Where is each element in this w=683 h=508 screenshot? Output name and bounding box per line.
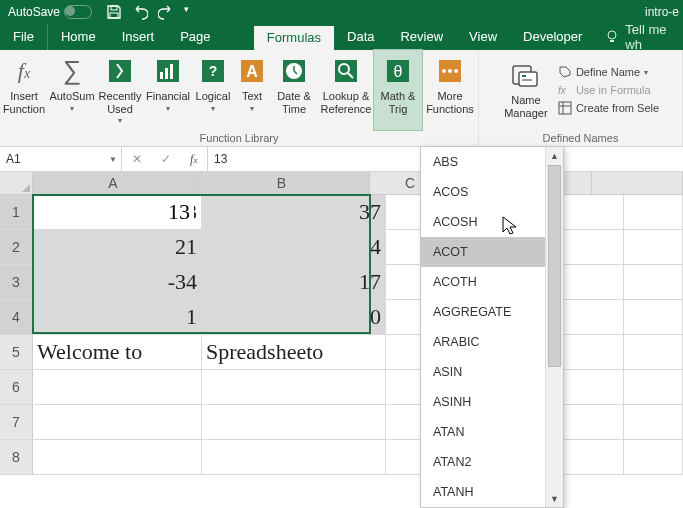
- logical-button[interactable]: ? Logical ▾: [192, 50, 234, 130]
- enter-icon[interactable]: ✓: [161, 152, 171, 166]
- scroll-up-icon[interactable]: ▲: [546, 147, 563, 164]
- cell-B1[interactable]: 37: [202, 195, 386, 229]
- cell-empty[interactable]: [624, 195, 683, 229]
- dropdown-item-acos[interactable]: ACOS: [421, 177, 563, 207]
- col-header-B[interactable]: B: [194, 172, 370, 194]
- tab-data[interactable]: Data: [334, 24, 387, 50]
- dropdown-item-acot[interactable]: ACOT: [421, 237, 563, 267]
- cell-A6[interactable]: [33, 370, 202, 404]
- dropdown-item-asin[interactable]: ASIN: [421, 357, 563, 387]
- row-header-7[interactable]: 7: [0, 405, 33, 439]
- cell-empty[interactable]: [624, 300, 683, 334]
- dropdown-scrollbar[interactable]: ▲ ▼: [545, 147, 563, 507]
- recently-used-label: Recently Used: [99, 90, 142, 115]
- more-functions-button[interactable]: More Functions: [422, 50, 478, 130]
- cancel-icon[interactable]: ✕: [132, 152, 142, 166]
- row-header-5[interactable]: 5: [0, 335, 33, 369]
- autosave-toggle[interactable]: AutoSave: [8, 5, 92, 19]
- col-header-E[interactable]: [592, 172, 683, 194]
- redo-icon[interactable]: [158, 4, 174, 20]
- grid-icon: [558, 101, 572, 115]
- more-functions-label: More Functions: [426, 90, 474, 115]
- dropdown-item-atanh[interactable]: ATANH: [421, 477, 563, 507]
- formula-controls: ✕ ✓ fx: [122, 147, 208, 171]
- row-header-4[interactable]: 4: [0, 300, 33, 334]
- qat-dropdown-icon[interactable]: ▾: [184, 4, 194, 20]
- select-all-corner[interactable]: [0, 172, 33, 194]
- tell-me-search[interactable]: Tell me wh: [595, 24, 683, 50]
- group-label-function-library: Function Library: [0, 130, 478, 146]
- row-header-6[interactable]: 6: [0, 370, 33, 404]
- cell-A8[interactable]: [33, 440, 202, 474]
- cell-empty[interactable]: [624, 370, 683, 404]
- cell-B5[interactable]: Spreadsheeto: [202, 335, 386, 369]
- row-header-3[interactable]: 3: [0, 265, 33, 299]
- undo-icon[interactable]: [132, 4, 148, 20]
- create-from-selection-button[interactable]: Create from Sele: [558, 101, 659, 115]
- cell-empty[interactable]: [624, 265, 683, 299]
- dropdown-item-acoth[interactable]: ACOTH: [421, 267, 563, 297]
- define-name-button[interactable]: Define Name ▾: [558, 65, 659, 79]
- cell-A3[interactable]: -34: [33, 265, 202, 299]
- tab-view[interactable]: View: [456, 24, 510, 50]
- cell-B3[interactable]: 17: [202, 265, 386, 299]
- cell-B6[interactable]: [202, 370, 386, 404]
- cell-A5[interactable]: Welcome to: [33, 335, 202, 369]
- row-header-8[interactable]: 8: [0, 440, 33, 474]
- tab-formulas[interactable]: Formulas: [254, 24, 334, 50]
- cell-empty[interactable]: [624, 335, 683, 369]
- cell-B2[interactable]: 4: [202, 230, 386, 264]
- scroll-thumb[interactable]: [548, 165, 561, 367]
- tab-insert[interactable]: Insert: [109, 24, 168, 50]
- svg-point-19: [442, 69, 446, 73]
- autosum-button[interactable]: ∑ AutoSum ▾: [48, 50, 96, 130]
- cell-empty[interactable]: [624, 405, 683, 439]
- cell-B7[interactable]: [202, 405, 386, 439]
- dropdown-item-acosh[interactable]: ACOSH: [421, 207, 563, 237]
- row-header-1[interactable]: 1: [0, 195, 33, 229]
- svg-rect-14: [335, 60, 357, 82]
- dropdown-item-atan[interactable]: ATAN: [421, 417, 563, 447]
- cell-empty[interactable]: [624, 440, 683, 474]
- text-button[interactable]: A Text ▾: [234, 50, 270, 130]
- name-box[interactable]: A1 ▼: [0, 147, 122, 171]
- cell-A2[interactable]: 21: [33, 230, 202, 264]
- cell-empty[interactable]: [624, 230, 683, 264]
- col-header-A[interactable]: A: [33, 172, 194, 194]
- cell-A4[interactable]: 1: [33, 300, 202, 334]
- date-time-button[interactable]: Date & Time: [270, 50, 318, 130]
- tab-review[interactable]: Review: [387, 24, 456, 50]
- dropdown-item-atan2[interactable]: ATAN2: [421, 447, 563, 477]
- insert-function-button[interactable]: fx Insert Function: [0, 50, 48, 130]
- column-headers: A B C D: [0, 172, 683, 195]
- cell-B8[interactable]: [202, 440, 386, 474]
- dropdown-item-aggregate[interactable]: AGGREGATE: [421, 297, 563, 327]
- dropdown-item-abs[interactable]: ABS: [421, 147, 563, 177]
- cell-B4[interactable]: 0: [202, 300, 386, 334]
- tab-developer[interactable]: Developer: [510, 24, 595, 50]
- financial-button[interactable]: Financial ▾: [144, 50, 192, 130]
- lookup-reference-button[interactable]: Lookup & Reference: [318, 50, 374, 130]
- save-icon[interactable]: [106, 4, 122, 20]
- cell-A1[interactable]: 13: [33, 195, 202, 229]
- recently-used-button[interactable]: Recently Used ▾: [96, 50, 144, 130]
- name-manager-label: Name Manager: [504, 94, 547, 119]
- name-manager-button[interactable]: Name Manager: [502, 54, 550, 126]
- svg-rect-3: [109, 60, 131, 82]
- cell-A7[interactable]: [33, 405, 202, 439]
- row-header-2[interactable]: 2: [0, 230, 33, 264]
- tab-file[interactable]: File: [0, 24, 48, 50]
- use-in-formula-button[interactable]: fxUse in Formula: [558, 83, 659, 97]
- svg-rect-27: [559, 102, 571, 114]
- svg-text:fx: fx: [558, 85, 567, 96]
- scroll-down-icon[interactable]: ▼: [546, 490, 563, 507]
- math-trig-button[interactable]: θ Math & Trig: [374, 50, 422, 130]
- dropdown-item-asinh[interactable]: ASINH: [421, 387, 563, 417]
- fx-icon[interactable]: fx: [190, 152, 197, 167]
- dropdown-item-arabic[interactable]: ARABIC: [421, 327, 563, 357]
- chevron-down-icon[interactable]: ▼: [105, 155, 121, 164]
- tab-page-layout[interactable]: Page Layout: [167, 24, 254, 50]
- financial-label: Financial: [146, 90, 190, 103]
- tab-home[interactable]: Home: [48, 24, 109, 50]
- text-icon: A: [237, 56, 267, 86]
